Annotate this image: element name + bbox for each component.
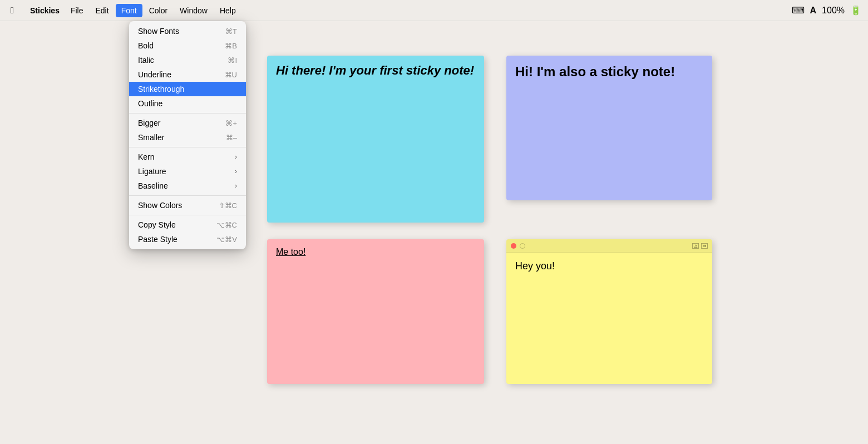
menu-window[interactable]: Window (174, 4, 213, 17)
sticky-note-4-content: Hey you! (506, 253, 712, 280)
sticky-note-4-titlebar: △ ▭ (506, 239, 712, 253)
separator-4 (129, 215, 246, 215)
bigger-label: Bigger (138, 119, 160, 127)
titlebar-buttons (511, 243, 525, 249)
show-colors-label: Show Colors (138, 201, 182, 210)
menu-smaller[interactable]: Smaller ⌘– (129, 130, 246, 145)
menu-outline[interactable]: Outline (129, 96, 246, 111)
strikethrough-label: Strikethrough (138, 85, 184, 93)
menu-edit[interactable]: Edit (90, 4, 115, 17)
sticky-note-1[interactable]: Hi there! I'm your first sticky note! (267, 56, 484, 223)
menu-color[interactable]: Color (144, 4, 173, 17)
separator-2 (129, 147, 246, 147)
menu-copy-style[interactable]: Copy Style ⌥⌘C (129, 218, 246, 232)
ligature-arrow: › (235, 167, 237, 175)
copy-style-label: Copy Style (138, 220, 176, 229)
siri-icon[interactable]: ⌨ (792, 5, 805, 16)
smaller-label: Smaller (138, 133, 164, 142)
menu-baseline[interactable]: Baseline › (129, 179, 246, 193)
menu-strikethrough[interactable]: Strikethrough (129, 82, 246, 96)
menu-underline[interactable]: Underline ⌘U (129, 67, 246, 82)
kern-arrow: › (235, 153, 237, 161)
bigger-shortcut: ⌘+ (225, 119, 237, 127)
italic-label: Italic (138, 56, 154, 65)
font-dropdown-menu: Show Fonts ⌘T Bold ⌘B Italic ⌘I Underlin… (129, 21, 246, 249)
paste-style-label: Paste Style (138, 235, 177, 244)
show-fonts-label: Show Fonts (138, 27, 179, 36)
ligature-label: Ligature (138, 167, 166, 176)
menu-file[interactable]: File (65, 4, 89, 17)
bold-shortcut: ⌘B (225, 42, 237, 50)
outline-label: Outline (138, 99, 162, 108)
battery-icon: 🔋 (850, 5, 861, 16)
battery-label: 100% (822, 6, 845, 16)
sticky-note-3[interactable]: Me too! (267, 239, 484, 384)
menu-kern[interactable]: Kern › (129, 150, 246, 164)
menu-bigger[interactable]: Bigger ⌘+ (129, 116, 246, 130)
show-fonts-shortcut: ⌘T (225, 27, 237, 36)
menubar:  Stickies File Edit Font Color Window H… (0, 0, 868, 21)
sticky-note-2[interactable]: Hi! I'm also a sticky note! (506, 56, 712, 200)
separator-3 (129, 195, 246, 196)
sticky-note-1-content: Hi there! I'm your first sticky note! (267, 56, 484, 86)
baseline-arrow: › (235, 182, 237, 190)
text-input-icon[interactable]: A (810, 6, 817, 16)
menu-bold[interactable]: Bold ⌘B (129, 38, 246, 53)
min-button-placeholder[interactable] (520, 243, 525, 249)
menu-paste-style[interactable]: Paste Style ⌥⌘V (129, 232, 246, 246)
menubar-items: Stickies File Edit Font Color Window Hel… (26, 4, 792, 17)
app-name[interactable]: Stickies (26, 4, 64, 17)
kern-label: Kern (138, 152, 155, 161)
sticky-note-2-content: Hi! I'm also a sticky note! (506, 56, 712, 88)
bold-label: Bold (138, 41, 154, 50)
collapse-icon[interactable]: △ (692, 243, 699, 249)
menu-italic[interactable]: Italic ⌘I (129, 53, 246, 67)
menu-font[interactable]: Font (116, 4, 142, 17)
menubar-right: ⌨ A 100% 🔋 (792, 5, 861, 16)
menu-show-fonts[interactable]: Show Fonts ⌘T (129, 24, 246, 38)
italic-shortcut: ⌘I (228, 56, 237, 65)
menu-show-colors[interactable]: Show Colors ⇧⌘C (129, 198, 246, 213)
apple-icon:  (11, 6, 14, 16)
baseline-label: Baseline (138, 181, 168, 190)
titlebar-right-icons: △ ▭ (692, 243, 708, 249)
menu-help[interactable]: Help (214, 4, 241, 17)
paste-style-shortcut: ⌥⌘V (216, 235, 237, 244)
close-button[interactable] (511, 243, 516, 249)
menu-ligature[interactable]: Ligature › (129, 164, 246, 179)
sticky-note-4[interactable]: △ ▭ Hey you! (506, 239, 712, 384)
separator-1 (129, 113, 246, 114)
underline-shortcut: ⌘U (225, 71, 237, 79)
expand-icon[interactable]: ▭ (701, 243, 708, 249)
underline-label: Underline (138, 70, 171, 79)
show-colors-shortcut: ⇧⌘C (219, 201, 237, 210)
note3-text: Me too! (276, 247, 305, 256)
apple-menu[interactable]:  (7, 5, 18, 16)
copy-style-shortcut: ⌥⌘C (216, 221, 237, 229)
smaller-shortcut: ⌘– (226, 134, 237, 142)
sticky-note-3-content: Me too! (267, 239, 484, 265)
